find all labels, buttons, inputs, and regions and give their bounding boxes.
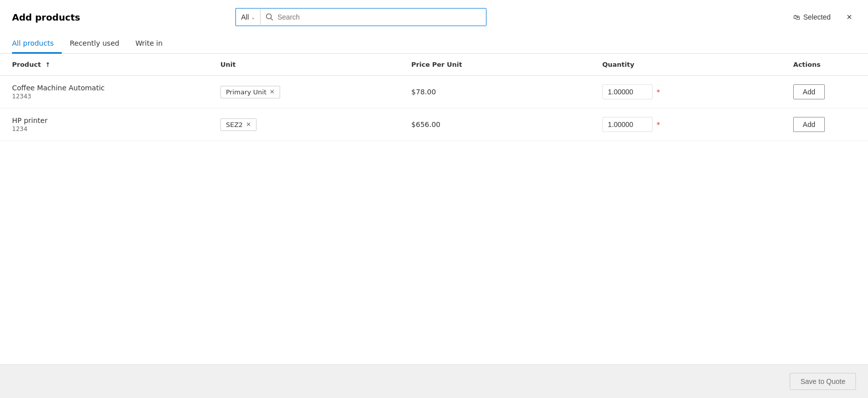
sort-asc-icon: ↑ [45,61,50,68]
save-to-quote-button[interactable]: Save to Quote [790,373,856,390]
header-actions: 🛍 Selected × [789,10,856,24]
product-name-2: HP printer [12,116,196,124]
table-row: Coffee Machine Automatic 12343 Primary U… [0,76,868,108]
unit-cell-2: SEZ2 ✕ [208,108,399,141]
column-header-quantity[interactable]: Quantity [590,54,781,76]
search-input-wrapper [260,8,486,26]
product-cell-1: Coffee Machine Automatic 12343 [0,76,208,108]
add-products-dialog: Add products All ⌄ 🛍 Selected × [0,0,868,398]
add-button-2[interactable]: Add [793,117,825,132]
quantity-cell-1: * [590,76,781,108]
svg-line-1 [271,19,273,21]
selected-label: Selected [803,13,830,21]
unit-tag-label-1: Primary Unit [226,88,267,96]
close-button[interactable]: × [842,11,856,24]
quantity-cell-2: * [590,108,781,141]
price-cell-2: $656.00 [399,108,590,141]
close-icon: × [846,12,852,22]
search-icon [266,13,274,21]
quantity-wrapper-1: * [602,84,769,99]
table-row: HP printer 1234 SEZ2 ✕ $656.00 [0,108,868,141]
product-id-2: 1234 [12,125,196,132]
tab-all-products[interactable]: All products [12,34,62,54]
search-filter-label: All [241,13,249,21]
quantity-input-1[interactable] [602,84,653,99]
chevron-down-icon: ⌄ [251,15,255,20]
dialog-header: Add products All ⌄ 🛍 Selected × [0,0,868,34]
search-container: All ⌄ [235,8,486,26]
search-filter-button[interactable]: All ⌄ [235,8,260,26]
dialog-title: Add products [12,12,80,23]
quantity-input-2[interactable] [602,117,653,132]
price-cell-1: $78.00 [399,76,590,108]
column-header-price-per-unit[interactable]: Price Per Unit [399,54,590,76]
products-table: Product ↑ Unit Price Per Unit Quantity A… [0,54,868,141]
actions-cell-1: Add [781,76,868,108]
required-star-2: * [657,120,660,128]
dialog-footer: Save to Quote [0,364,868,398]
search-input[interactable] [278,13,481,21]
price-value-2: $656.00 [411,120,440,128]
actions-cell-2: Add [781,108,868,141]
selected-button[interactable]: 🛍 Selected [789,10,834,24]
add-button-1[interactable]: Add [793,84,825,99]
tab-write-in[interactable]: Write in [128,34,171,54]
unit-tag-2: SEZ2 ✕ [220,118,257,131]
price-value-1: $78.00 [411,88,436,96]
unit-tag-1: Primary Unit ✕ [220,86,280,98]
products-table-container: Product ↑ Unit Price Per Unit Quantity A… [0,54,868,364]
product-id-1: 12343 [12,93,196,100]
unit-cell-1: Primary Unit ✕ [208,76,399,108]
product-cell-2: HP printer 1234 [0,108,208,141]
required-star-1: * [657,88,660,96]
column-header-actions: Actions [781,54,868,76]
tabs-container: All products Recently used Write in [0,34,868,54]
table-header-row: Product ↑ Unit Price Per Unit Quantity A… [0,54,868,76]
unit-tag-label-2: SEZ2 [226,121,243,128]
quantity-wrapper-2: * [602,117,769,132]
product-name-1: Coffee Machine Automatic [12,84,196,92]
unit-tag-close-2[interactable]: ✕ [246,121,251,127]
unit-tag-close-1[interactable]: ✕ [270,89,275,95]
bag-icon: 🛍 [793,13,800,21]
column-header-product[interactable]: Product ↑ [0,54,208,76]
column-header-unit[interactable]: Unit [208,54,399,76]
tab-recently-used[interactable]: Recently used [62,34,128,54]
